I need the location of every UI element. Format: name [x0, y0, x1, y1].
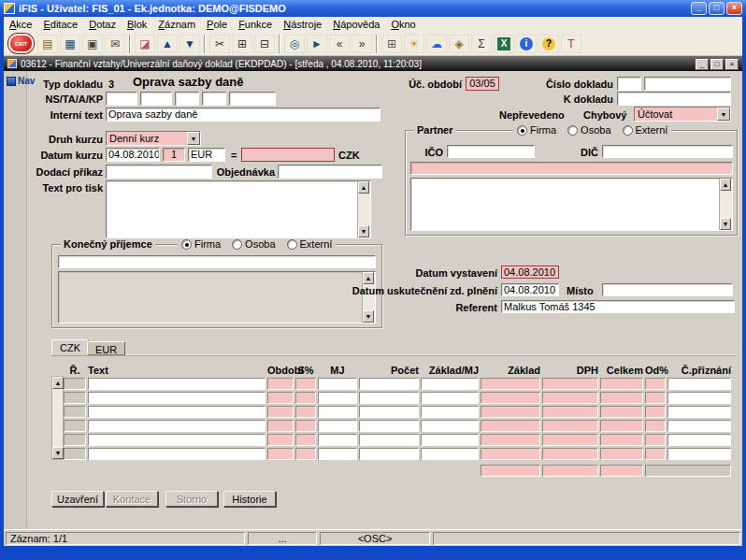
- close-button[interactable]: ×: [726, 2, 742, 15]
- historie-button[interactable]: Historie: [223, 491, 276, 507]
- grid-cell-r5-c4[interactable]: [318, 448, 357, 460]
- grid-cell-r1-c6[interactable]: [421, 392, 479, 404]
- grid-cell-r2-c1[interactable]: [88, 406, 265, 418]
- scroll-down-icon[interactable]: ▼: [363, 310, 374, 323]
- scroll-up-icon[interactable]: ▲: [720, 179, 731, 191]
- mdi-close-button[interactable]: ×: [725, 59, 739, 70]
- grid-cell-r3-c3[interactable]: [295, 420, 316, 432]
- dodaci-prikaz-field[interactable]: [106, 165, 212, 179]
- menu-item-8[interactable]: Nápověda: [327, 19, 385, 30]
- grid-cell-r4-c6[interactable]: [421, 434, 479, 446]
- grid-cell-r1-c3[interactable]: [295, 392, 316, 404]
- grid-cell-r2-c9[interactable]: [600, 406, 643, 418]
- grid-cell-r2-c7[interactable]: [481, 406, 540, 418]
- grid-cell-r1-c8[interactable]: [542, 392, 598, 404]
- web-icon[interactable]: ☁: [426, 35, 447, 53]
- cislo-dokladu-field-2[interactable]: [644, 77, 731, 91]
- grid-cell-r4-c2[interactable]: [267, 434, 294, 446]
- grid-cell-r3-c0[interactable]: [64, 420, 86, 432]
- grid-cell-r0-c10[interactable]: [645, 378, 666, 390]
- lock-icon[interactable]: ◈: [449, 35, 469, 53]
- scroll-up-icon[interactable]: ▲: [52, 377, 64, 389]
- exit-button[interactable]: EXIT: [8, 34, 34, 53]
- scrollbar[interactable]: ▲ ▼: [719, 179, 732, 230]
- grid-cell-r5-c0[interactable]: [64, 448, 86, 460]
- referent-field[interactable]: Malkus Tomáš 1345: [501, 300, 735, 313]
- menu-item-6[interactable]: Funkce: [233, 19, 278, 30]
- favorites-icon[interactable]: ☀: [404, 35, 424, 53]
- mdi-minimize-button[interactable]: _: [696, 59, 709, 70]
- grid-cell-r1-c0[interactable]: [64, 392, 86, 404]
- grid-cell-r4-c8[interactable]: [542, 434, 598, 446]
- grid-cell-r1-c5[interactable]: [359, 392, 419, 404]
- grid-cell-r5-c3[interactable]: [295, 448, 316, 460]
- grid-cell-r0-c2[interactable]: [267, 378, 294, 390]
- scroll-down-icon[interactable]: ▼: [720, 218, 731, 230]
- calculator-icon[interactable]: ⊞: [381, 35, 402, 53]
- grid-cell-r3-c10[interactable]: [645, 420, 666, 432]
- grid-cell-r5-c1[interactable]: [88, 448, 265, 460]
- grid-cell-r0-c8[interactable]: [542, 378, 598, 390]
- partner-radio-0[interactable]: Firma: [517, 124, 556, 136]
- grid-cell-r4-c4[interactable]: [318, 434, 357, 446]
- menu-item-3[interactable]: Blok: [122, 19, 152, 30]
- ns-field-0[interactable]: [106, 92, 137, 106]
- ico-field[interactable]: [447, 145, 535, 158]
- partner-name-field[interactable]: [410, 162, 733, 175]
- grid-cell-r3-c5[interactable]: [359, 420, 419, 432]
- scroll-up-icon[interactable]: ▲: [358, 181, 369, 194]
- menu-item-0[interactable]: Akce: [4, 19, 37, 30]
- uc-obdobi-field[interactable]: 03/05: [466, 77, 499, 91]
- menu-item-4[interactable]: Záznam: [152, 19, 201, 30]
- execute-query-icon[interactable]: ►: [307, 35, 327, 53]
- menu-item-2[interactable]: Dotaz: [83, 19, 122, 30]
- scroll-up-icon[interactable]: ▲: [363, 272, 374, 284]
- partner-radio-2[interactable]: Externí: [623, 124, 668, 136]
- grid-cell-r0-c3[interactable]: [295, 378, 316, 390]
- copy-icon[interactable]: ⊞: [232, 35, 252, 53]
- grid-cell-r1-c2[interactable]: [267, 392, 294, 404]
- grid-cell-r5-c2[interactable]: [267, 448, 294, 460]
- grid-cell-r4-c3[interactable]: [295, 434, 316, 446]
- scroll-up-icon[interactable]: ▲: [157, 35, 178, 53]
- grid-cell-r3-c2[interactable]: [267, 420, 294, 432]
- grid-cell-r3-c6[interactable]: [421, 420, 479, 432]
- grid-cell-r2-c5[interactable]: [359, 406, 419, 418]
- excel-icon[interactable]: X: [494, 35, 514, 53]
- maximize-button[interactable]: □: [709, 2, 724, 15]
- grid-cell-r4-c11[interactable]: [667, 434, 731, 446]
- grid-cell-r5-c6[interactable]: [421, 448, 479, 460]
- grid-cell-r2-c8[interactable]: [542, 406, 598, 418]
- save-icon[interactable]: ▦: [60, 35, 80, 53]
- chevron-down-icon[interactable]: ▼: [187, 132, 200, 145]
- grid-cell-r3-c8[interactable]: [542, 420, 598, 432]
- prijemce-radio-2[interactable]: Externí: [287, 238, 333, 250]
- ns-field-3[interactable]: [202, 92, 226, 106]
- grid-cell-r5-c10[interactable]: [645, 448, 666, 460]
- tab-czk[interactable]: CZK: [51, 339, 89, 355]
- enter-query-icon[interactable]: ◎: [284, 35, 305, 53]
- grid-cell-r4-c7[interactable]: [481, 434, 540, 446]
- open-folder-icon[interactable]: ▤: [37, 35, 58, 53]
- interni-text-field[interactable]: Oprava sazby daně: [106, 108, 380, 122]
- grid-cell-r3-c11[interactable]: [667, 420, 731, 432]
- stav-dropdown[interactable]: Účtovat ▼: [634, 107, 731, 122]
- cut-icon[interactable]: ✂: [209, 35, 230, 53]
- grid-cell-r0-c4[interactable]: [318, 378, 357, 390]
- cislo-dokladu-field-1[interactable]: [617, 77, 641, 91]
- info-icon[interactable]: i: [516, 35, 537, 53]
- grid-cell-r2-c4[interactable]: [318, 406, 357, 418]
- grid-cell-r5-c7[interactable]: [481, 448, 540, 460]
- grid-cell-r2-c10[interactable]: [645, 406, 666, 418]
- grid-scrollbar[interactable]: ▲ ▼: [51, 376, 64, 460]
- grid-cell-r4-c1[interactable]: [88, 434, 265, 446]
- title-bar[interactable]: iFIS - Uživatel: FIS_01 - Ek.jednotka: D…: [0, 0, 746, 17]
- grid-cell-r0-c5[interactable]: [359, 378, 419, 390]
- grid-cell-r4-c10[interactable]: [645, 434, 666, 446]
- partner-address-area[interactable]: ▲ ▼: [410, 178, 733, 231]
- grid-cell-r4-c5[interactable]: [359, 434, 419, 446]
- grid-cell-r0-c9[interactable]: [600, 378, 643, 390]
- datum-plneni-field[interactable]: 04.08.2010: [501, 283, 559, 296]
- grid-cell-r0-c7[interactable]: [481, 378, 540, 390]
- next-block-icon[interactable]: »: [351, 35, 372, 53]
